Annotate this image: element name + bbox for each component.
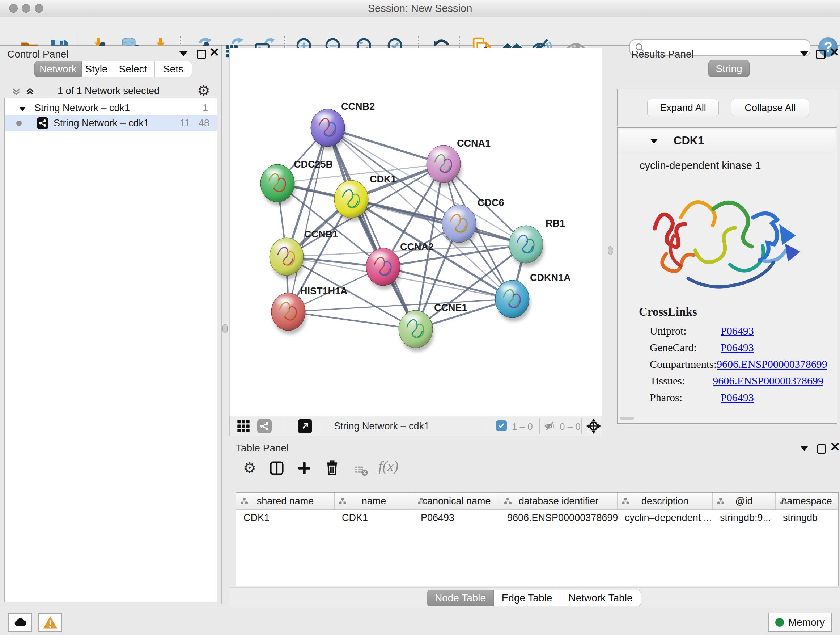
detach-view-icon[interactable] <box>298 419 312 433</box>
network-tree: String Network – cdk1 1 String Network –… <box>4 98 217 602</box>
crosslink-link[interactable]: P06493 <box>721 341 754 354</box>
left-splitter-handle[interactable] <box>223 325 227 333</box>
column-header-description[interactable]: description <box>617 493 713 509</box>
network-edge-CCNB2-CCNE1[interactable] <box>328 128 416 329</box>
node-label: CDKN1A <box>530 272 571 283</box>
collapse-all-button[interactable]: Collapse All <box>731 99 809 117</box>
crosslink-link[interactable]: P06493 <box>721 391 754 404</box>
crosslink-link[interactable]: 9606.ENSP00000378699 <box>713 375 823 387</box>
crosslink-row: Pharos:P06493 <box>650 389 823 406</box>
tab-string[interactable]: String <box>708 60 750 78</box>
column-header-namespace[interactable]: namespace <box>775 493 838 509</box>
tab-edge-table[interactable]: Edge Table <box>494 590 561 606</box>
panel-float-icon[interactable] <box>817 444 826 454</box>
results-hscroll-thumb[interactable] <box>620 417 634 420</box>
panel-close-icon[interactable]: ✕ <box>830 443 840 450</box>
tab-node-table[interactable]: Node Table <box>427 590 494 606</box>
table-cell: CDK1 <box>335 510 414 526</box>
column-header-database-identifier[interactable]: database identifier <box>500 493 617 509</box>
crosslink-row: GeneCard:P06493 <box>650 339 823 356</box>
column-header-@id[interactable]: @id <box>713 493 775 509</box>
network-view-toolbar: String Network – cdk1 1 – 0 0 – 0 <box>229 416 602 436</box>
network-edge-CCNB2-HIST1H1A[interactable] <box>288 128 328 312</box>
panel-float-icon[interactable] <box>197 50 206 59</box>
network-canvas[interactable]: CCNB2CCNA1CDC25BCDK1CDC6RB1CCNB1CCNA2CDK… <box>229 48 602 416</box>
expand-all-button[interactable]: Expand All <box>647 99 719 117</box>
column-header-name[interactable]: name <box>335 493 414 509</box>
birdseye-share-icon[interactable] <box>257 419 272 433</box>
collapse-all-chevron-icon[interactable] <box>11 86 22 98</box>
viewbar-separator <box>539 418 540 434</box>
table-panel-title: Table Panel <box>236 442 289 454</box>
network-options-gear-icon[interactable]: ⚙ <box>197 83 210 98</box>
tab-style[interactable]: Style <box>82 61 111 78</box>
tab-network[interactable]: Network <box>34 61 82 78</box>
network-collection-row[interactable]: String Network – cdk1 1 <box>5 101 217 115</box>
memory-button[interactable]: Memory <box>768 613 832 632</box>
network-edge-HIST1H1A-CCNE1[interactable] <box>288 312 416 329</box>
tree-expand-icon[interactable] <box>19 103 26 114</box>
panel-menu-icon[interactable] <box>180 51 187 57</box>
hidden-eye-slash-icon[interactable] <box>544 420 556 434</box>
show-columns-icon[interactable] <box>269 461 284 477</box>
table-panel: Table Panel ✕ ⚙ f(x) shared namenamecano… <box>229 437 840 607</box>
results-panel-title: Results Panel <box>631 49 694 60</box>
right-splitter-handle[interactable] <box>608 246 613 255</box>
node-label: CCNB1 <box>304 229 338 240</box>
node-label: CDC25B <box>294 159 333 170</box>
crosslink-link[interactable]: 9606.ENSP00000378699 <box>717 358 827 371</box>
hidden-count: 0 – 0 <box>560 421 581 432</box>
viewbar-separator <box>285 418 285 434</box>
collection-count: 1 <box>202 103 208 114</box>
network-label: String Network – cdk1 <box>54 118 149 129</box>
crosslink-label: Pharos: <box>650 391 721 404</box>
delete-column-trash-icon[interactable] <box>324 460 340 477</box>
network-node-RB1[interactable]: RB1 <box>509 218 565 267</box>
node-label: HIST1H1A <box>300 286 347 296</box>
node-label: CCNE1 <box>434 302 467 313</box>
panel-close-icon[interactable]: ✕ <box>829 49 840 56</box>
warnings-button[interactable] <box>38 613 62 632</box>
section-collapse-icon[interactable] <box>651 139 658 144</box>
tab-network-table[interactable]: Network Table <box>561 590 641 606</box>
table-body: CDK1CDK1P064939606.ENSP00000378699cyclin… <box>236 510 838 526</box>
fit-crosshair-icon[interactable] <box>586 418 602 435</box>
table-options-gear-icon[interactable]: ⚙ <box>243 461 256 475</box>
title-bar: Session: New Session <box>0 0 840 17</box>
network-edge-count: 48 <box>199 118 210 129</box>
selected-checkbox-icon[interactable] <box>496 420 507 431</box>
node-section-header[interactable]: CDK1 <box>619 130 835 154</box>
protein-structure-image <box>645 174 815 308</box>
expand-up-chevron-icon[interactable] <box>25 86 35 98</box>
string-network-icon <box>37 117 49 129</box>
table-cell: 9606.ENSP00000378699 <box>500 510 617 526</box>
network-node-HIST1H1A[interactable]: HIST1H1A <box>271 286 347 334</box>
panel-menu-icon[interactable] <box>800 446 808 451</box>
network-node-CCNB2[interactable]: CCNB2 <box>311 101 375 150</box>
tab-sets[interactable]: Sets <box>155 61 192 78</box>
panel-float-icon[interactable] <box>816 50 826 59</box>
tab-select[interactable]: Select <box>111 61 155 78</box>
network-node-CCNB1[interactable]: CCNB1 <box>270 229 338 279</box>
grid-view-icon[interactable] <box>237 420 250 434</box>
network-node-CDC6[interactable]: CDC6 <box>442 197 504 246</box>
crosslink-link[interactable]: P06493 <box>721 325 754 337</box>
network-row-selected[interactable]: String Network – cdk1 11 48 <box>5 115 217 131</box>
network-node-CCNE1[interactable]: CCNE1 <box>399 302 467 352</box>
table-row[interactable]: CDK1CDK1P064939606.ENSP00000378699cyclin… <box>236 510 838 526</box>
network-node-CDKN1A[interactable]: CDKN1A <box>495 272 571 321</box>
collection-label: String Network – cdk1 <box>34 103 130 114</box>
memory-label: Memory <box>788 616 825 628</box>
table-cell: P06493 <box>414 510 500 526</box>
cloud-status-button[interactable] <box>8 613 32 632</box>
column-header-canonical-name[interactable]: canonical name <box>414 493 500 509</box>
status-bar: Memory <box>0 607 840 635</box>
node-table: shared namenamecanonical namedatabase id… <box>236 492 838 586</box>
control-panel: Control Panel ✕ NetworkStyleSelectSets 1… <box>0 46 222 604</box>
panel-menu-icon[interactable] <box>800 51 808 57</box>
viewbar-separator <box>581 418 582 434</box>
column-header-shared-name[interactable]: shared name <box>236 493 335 509</box>
node-label: CCNB2 <box>341 101 375 112</box>
create-column-plus-icon[interactable] <box>297 461 312 477</box>
panel-close-icon[interactable]: ✕ <box>209 49 219 56</box>
